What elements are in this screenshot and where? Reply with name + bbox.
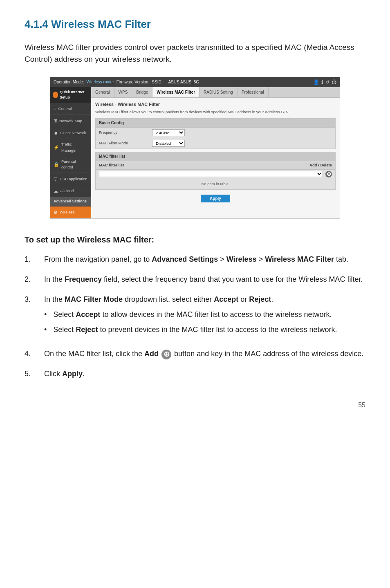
tab-wireless-mac-filter[interactable]: Wireless MAC Filter bbox=[152, 87, 199, 97]
tab-radius-setting[interactable]: RADIUS Setting bbox=[199, 87, 238, 97]
mac-filter-mode-label: MAC Filter Mode bbox=[99, 140, 152, 146]
step-3-text: In the MAC Filter Mode dropdown list, se… bbox=[44, 295, 273, 303]
no-data-text: No data in table. bbox=[96, 179, 335, 189]
power-icon: ⏻ bbox=[332, 79, 336, 86]
sidebar-item-guest-network[interactable]: ☻ Guest Network bbox=[50, 127, 91, 139]
page-title: 4.1.4 Wireless MAC Filter bbox=[25, 16, 365, 32]
frequency-label: Frequency bbox=[99, 130, 152, 135]
step-3-bullet-reject: Select Reject to prevent devices in the … bbox=[44, 324, 337, 335]
step-1-bold-mac-filter: Wireless MAC Filter bbox=[265, 255, 334, 263]
apply-button[interactable]: Apply bbox=[201, 195, 230, 202]
step-4-bold-add: Add bbox=[144, 350, 159, 358]
bullet-accept-bold: Accept bbox=[76, 310, 100, 319]
sidebar-label-guest-network: Guest Network bbox=[61, 130, 86, 136]
add-mac-filter-button[interactable]: ⊕ bbox=[325, 171, 332, 177]
basic-config-header: Basic Config bbox=[96, 119, 335, 128]
topbar-icons: 👤 ℹ ↺ ⏻ bbox=[313, 79, 336, 86]
basic-config-block: Basic Config Frequency 2.4GHz 5GHz MAC F… bbox=[95, 118, 336, 149]
frequency-select[interactable]: 2.4GHz 5GHz bbox=[152, 129, 185, 136]
mac-filter-list-col: MAC filter list bbox=[99, 162, 309, 168]
step-1: From the navigation panel, go to Advance… bbox=[25, 254, 365, 265]
sidebar-item-general[interactable]: ≡ General bbox=[50, 103, 91, 115]
firmware-label: Firmware Version: bbox=[117, 79, 150, 85]
step-1-bold-advanced: Advanced Settings bbox=[152, 255, 218, 263]
tab-bar: General WPS Bridge Wireless MAC Filter R… bbox=[91, 87, 340, 98]
sidebar-label-aicloud: AiCloud bbox=[60, 188, 74, 194]
sidebar-item-aicloud[interactable]: ☁ AiCloud bbox=[50, 185, 91, 197]
content-area: General WPS Bridge Wireless MAC Filter R… bbox=[91, 87, 340, 219]
sidebar-label-wireless: Wireless bbox=[60, 209, 74, 215]
step-2: In the Frequency field, select the frequ… bbox=[25, 274, 365, 285]
mac-filter-list-block: MAC filter list MAC filter list Add / De… bbox=[95, 152, 336, 190]
router-sidebar: Quick Internet Setup ≡ General ⊞ Network… bbox=[50, 87, 91, 219]
mac-filter-mode-select[interactable]: Disabled Accept Reject bbox=[152, 140, 185, 147]
step-3-bold-accept: Accept bbox=[214, 295, 238, 303]
usb-icon: ⬡ bbox=[54, 175, 58, 182]
tab-bridge[interactable]: Bridge bbox=[132, 87, 152, 97]
aicloud-icon: ☁ bbox=[54, 188, 58, 195]
sidebar-item-traffic-manager[interactable]: ⚡ Traffic Manager bbox=[50, 139, 91, 156]
guest-network-icon: ☻ bbox=[54, 130, 58, 137]
step-3-bullet-accept: Select Accept to allow devices in the MA… bbox=[44, 309, 337, 320]
instructions-list: From the navigation panel, go to Advance… bbox=[25, 254, 365, 379]
sidebar-item-wireless[interactable]: ⚙ Wireless bbox=[50, 206, 91, 219]
network-map-icon: ⊞ bbox=[54, 117, 57, 124]
frequency-row: Frequency 2.4GHz 5GHz bbox=[96, 128, 335, 138]
step-3-bold-reject: Reject bbox=[249, 295, 271, 303]
step-5: Click Apply. bbox=[25, 368, 365, 379]
ssid-label: SSID: bbox=[152, 79, 162, 85]
sidebar-section-advanced: Advanced Settings bbox=[50, 197, 91, 206]
screenshot-image: Operation Mode: Wireless router Firmware… bbox=[50, 77, 340, 219]
user-icon: 👤 bbox=[313, 79, 319, 86]
logo-text: Quick Internet Setup bbox=[60, 90, 89, 101]
sidebar-item-parental-control[interactable]: 🔒 Parental control bbox=[50, 156, 91, 173]
operation-mode-link[interactable]: Wireless router bbox=[87, 79, 114, 85]
logo-icon bbox=[53, 92, 58, 98]
router-body: Quick Internet Setup ≡ General ⊞ Network… bbox=[50, 87, 340, 219]
step-4: On the MAC filter list, click the Add ⊕ … bbox=[25, 348, 365, 359]
sidebar-logo: Quick Internet Setup bbox=[50, 87, 91, 103]
step-3-content: In the MAC Filter Mode dropdown list, se… bbox=[44, 294, 337, 339]
apply-row: Apply bbox=[95, 192, 336, 205]
step-4-text: On the MAC filter list, click the Add ⊕ … bbox=[44, 348, 363, 359]
sidebar-label-parental-control: Parental control bbox=[61, 159, 88, 171]
operation-mode-label: Operation Mode: bbox=[54, 79, 84, 85]
step-5-text: Click Apply. bbox=[44, 368, 85, 379]
mac-filter-entry-select[interactable] bbox=[99, 171, 323, 177]
sidebar-label-traffic-manager: Traffic Manager bbox=[61, 141, 88, 153]
instructions-title: To set up the Wireless MAC filter: bbox=[25, 233, 365, 246]
tab-professional[interactable]: Professional bbox=[238, 87, 269, 97]
step-2-text: In the Frequency field, select the frequ… bbox=[44, 274, 363, 285]
sidebar-item-network-map[interactable]: ⊞ Network Map bbox=[50, 115, 91, 127]
step-2-bold-frequency: Frequency bbox=[65, 275, 102, 283]
content-main-title: Wireless - Wireless MAC Filter bbox=[95, 101, 336, 108]
mac-filter-input-row: ⊕ bbox=[96, 170, 335, 179]
step-1-bold-wireless: Wireless bbox=[226, 255, 257, 263]
mac-filter-list-header: MAC filter list bbox=[96, 152, 335, 161]
tab-general[interactable]: General bbox=[91, 87, 114, 97]
step-3: In the MAC Filter Mode dropdown list, se… bbox=[25, 294, 365, 339]
sidebar-label-usb-application: USB application bbox=[60, 176, 87, 182]
intro-paragraph: Wireless MAC filter provides control ove… bbox=[25, 41, 365, 65]
sidebar-label-network-map: Network Map bbox=[59, 118, 82, 124]
bullet-accept-text: Select Accept to allow devices in the MA… bbox=[53, 309, 332, 320]
page-footer: 55 bbox=[25, 396, 365, 410]
sidebar-label-general: General bbox=[58, 106, 72, 112]
mac-filter-add-delete-col: Add / Delete bbox=[309, 162, 332, 168]
step-3-bullet-list: Select Accept to allow devices in the MA… bbox=[44, 309, 337, 335]
step-3-bold-mac-filter-mode: MAC Filter Mode bbox=[65, 295, 123, 303]
page-number: 55 bbox=[358, 402, 365, 408]
mac-filter-mode-row: MAC Filter Mode Disabled Accept Reject bbox=[96, 138, 335, 149]
traffic-manager-icon: ⚡ bbox=[54, 144, 59, 151]
mac-filter-table-header: MAC filter list Add / Delete bbox=[96, 161, 335, 170]
add-icon-inline: ⊕ bbox=[161, 350, 171, 359]
parental-control-icon: 🔒 bbox=[54, 161, 59, 168]
general-icon: ≡ bbox=[54, 105, 56, 112]
bullet-reject-bold: Reject bbox=[76, 325, 98, 334]
refresh-icon: ↺ bbox=[325, 79, 329, 86]
router-topbar: Operation Mode: Wireless router Firmware… bbox=[50, 77, 340, 87]
tab-wps[interactable]: WPS bbox=[114, 87, 132, 97]
bullet-reject-text: Select Reject to prevent devices in the … bbox=[53, 324, 337, 335]
ssid-values: ASUS ASUS_5G bbox=[168, 79, 199, 85]
sidebar-item-usb-application[interactable]: ⬡ USB application bbox=[50, 173, 91, 185]
